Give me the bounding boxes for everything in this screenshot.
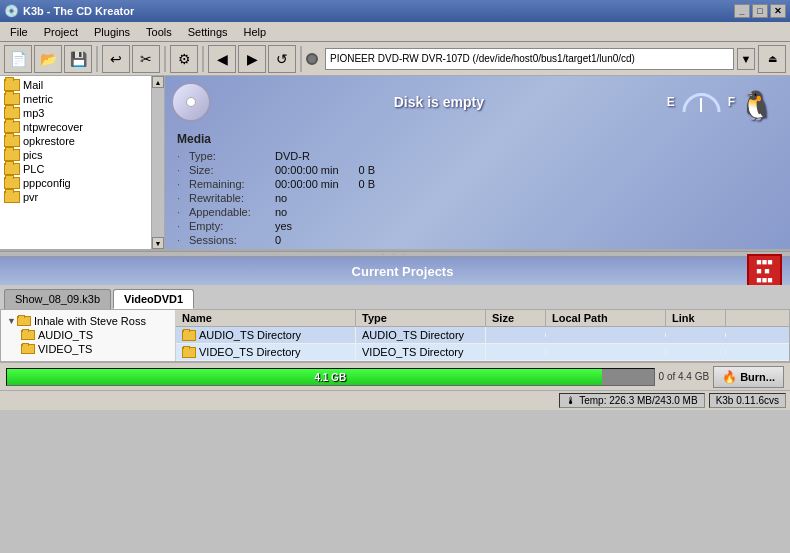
- menu-bar: File Project Plugins Tools Settings Help: [0, 22, 790, 42]
- row-name-label-0: AUDIO_TS Directory: [199, 329, 301, 341]
- tab-show[interactable]: Show_08_09.k3b: [4, 289, 111, 309]
- settings-button[interactable]: ⚙: [170, 45, 198, 73]
- media-value-size2: 0 B: [359, 164, 376, 176]
- folder-icon-opkrestore: [4, 135, 20, 147]
- tab-videodvd1[interactable]: VideoDVD1: [113, 289, 194, 309]
- drive-bar: PIONEER DVD-RW DVR-107D (/dev/ide/host0/…: [306, 45, 786, 73]
- title-bar: 💿 K3b - The CD Kreator _ □ ✕: [0, 0, 790, 22]
- gauge-left-label: E: [667, 95, 675, 109]
- menu-settings[interactable]: Settings: [180, 24, 236, 40]
- project-root[interactable]: ▼ Inhale with Steve Ross: [5, 314, 171, 328]
- close-button[interactable]: ✕: [770, 4, 786, 18]
- row-name-label-1: VIDEO_TS Directory: [199, 346, 300, 358]
- media-value-sessions: 0: [275, 234, 281, 246]
- media-row-empty: · Empty: yes: [177, 220, 778, 232]
- current-projects-title: Current Projects: [58, 264, 747, 279]
- forward-button[interactable]: ▶: [238, 45, 266, 73]
- tabs-bar: Show_08_09.k3b VideoDVD1: [0, 285, 790, 309]
- tree-item-mail[interactable]: Mail: [2, 78, 162, 92]
- tree-label-pppconfig: pppconfig: [23, 177, 71, 189]
- top-panel: Mail metric mp3 ntpwrecover opkrestore p…: [0, 76, 790, 251]
- disk-gauge: E F 🐧: [667, 82, 784, 122]
- folder-icon-plc: [4, 163, 20, 175]
- project-item-audio-ts[interactable]: AUDIO_TS: [19, 328, 171, 342]
- toolbar-separator-4: [300, 46, 302, 72]
- project-root-label: Inhale with Steve Ross: [34, 315, 146, 327]
- save-button[interactable]: 💾: [64, 45, 92, 73]
- project-item-video-ts[interactable]: VIDEO_TS: [19, 342, 171, 356]
- progress-extra-label: 0 of 4.4 GB: [659, 371, 710, 382]
- cell-type-0: AUDIO_TS Directory: [356, 327, 486, 343]
- media-label-type: Type:: [185, 150, 275, 162]
- mascot-area: 🐧: [739, 82, 784, 122]
- menu-tools[interactable]: Tools: [138, 24, 180, 40]
- cell-type-1: VIDEO_TS Directory: [356, 344, 486, 360]
- folder-icon-root: [17, 316, 31, 326]
- tree-item-mp3[interactable]: mp3: [2, 106, 162, 120]
- cell-name-1: VIDEO_TS Directory: [176, 344, 356, 360]
- cell-lpath-1: [546, 350, 666, 354]
- file-tree-inner: Mail metric mp3 ntpwrecover opkrestore p…: [0, 76, 164, 249]
- cut-button[interactable]: ✂: [132, 45, 160, 73]
- tree-item-opkrestore[interactable]: opkrestore: [2, 134, 162, 148]
- tree-item-pppconfig[interactable]: pppconfig: [2, 176, 162, 190]
- burn-button[interactable]: 🔥 Burn...: [713, 366, 784, 388]
- drive-action-button[interactable]: ⏏: [758, 45, 786, 73]
- menu-project[interactable]: Project: [36, 24, 86, 40]
- title-text: 💿 K3b - The CD Kreator: [4, 4, 134, 18]
- version-status: K3b 0.11.6cvs: [709, 393, 786, 408]
- project-label-audio-ts: AUDIO_TS: [38, 329, 93, 341]
- open-button[interactable]: 📂: [34, 45, 62, 73]
- tree-item-ntpwrecover[interactable]: ntpwrecover: [2, 120, 162, 134]
- app-icon: 💿: [4, 4, 19, 18]
- tree-item-plc[interactable]: PLC: [2, 162, 162, 176]
- minimize-button[interactable]: _: [734, 4, 750, 18]
- disk-status-title: Disk is empty: [211, 94, 667, 110]
- bottom-panel-header: Current Projects ■■■■ ■■■■: [0, 257, 790, 285]
- row-folder-icon-1: [182, 347, 196, 358]
- media-value-appendable: no: [275, 206, 287, 218]
- new-button[interactable]: 📄: [4, 45, 32, 73]
- drive-dropdown-arrow[interactable]: ▼: [737, 48, 755, 70]
- undo-button[interactable]: ↩: [102, 45, 130, 73]
- cell-name-0: AUDIO_TS Directory: [176, 327, 356, 343]
- col-header-size: Size: [486, 310, 546, 326]
- folder-icon-audio-ts: [21, 330, 35, 340]
- tree-item-pics[interactable]: pics: [2, 148, 162, 162]
- tree-item-metric[interactable]: metric: [2, 92, 162, 106]
- fire-icon: 🔥: [722, 370, 737, 384]
- drive-indicator: [306, 53, 318, 65]
- expand-icon-root: ▼: [7, 316, 17, 326]
- project-tree: ▼ Inhale with Steve Ross AUDIO_TS VIDEO_…: [1, 310, 176, 361]
- file-tree-scrollbar[interactable]: ▲ ▼: [151, 76, 164, 249]
- folder-icon-pvr: [4, 191, 20, 203]
- menu-file[interactable]: File: [2, 24, 36, 40]
- tree-item-pvr[interactable]: pvr: [2, 190, 162, 204]
- menu-help[interactable]: Help: [236, 24, 275, 40]
- media-row-appendable: · Appendable: no: [177, 206, 778, 218]
- toolbar: 📄 📂 💾 ↩ ✂ ⚙ ◀ ▶ ↺ PIONEER DVD-RW DVR-107…: [0, 42, 790, 76]
- gauge-right-label: F: [728, 95, 735, 109]
- back-button[interactable]: ◀: [208, 45, 236, 73]
- toolbar-separator-3: [202, 46, 204, 72]
- progress-bar-area: 4.1 GB 0 of 4.4 GB 🔥 Burn...: [0, 362, 790, 390]
- table-row[interactable]: AUDIO_TS Directory AUDIO_TS Directory: [176, 327, 789, 344]
- status-bar: 🌡 Temp: 226.3 MB/243.0 MB K3b 0.11.6cvs: [0, 390, 790, 410]
- media-value-remaining: 00:00:00 min: [275, 178, 339, 190]
- scroll-down-button[interactable]: ▼: [152, 237, 164, 249]
- disk-info-content: Media · Type: DVD-R · Size: 00:00:00 min…: [165, 128, 790, 252]
- folder-icon-mail: [4, 79, 20, 91]
- temp-icon: 🌡: [566, 395, 576, 406]
- cell-link-1: [666, 350, 726, 354]
- refresh-button[interactable]: ↺: [268, 45, 296, 73]
- scroll-up-button[interactable]: ▲: [152, 76, 164, 88]
- menu-plugins[interactable]: Plugins: [86, 24, 138, 40]
- drive-select[interactable]: PIONEER DVD-RW DVR-107D (/dev/ide/host0/…: [325, 48, 734, 70]
- tree-label-metric: metric: [23, 93, 53, 105]
- table-row[interactable]: VIDEO_TS Directory VIDEO_TS Directory: [176, 344, 789, 361]
- maximize-button[interactable]: □: [752, 4, 768, 18]
- media-row-type: · Type: DVD-R: [177, 150, 778, 162]
- tree-label-ntpwrecover: ntpwrecover: [23, 121, 83, 133]
- folder-icon-video-ts: [21, 344, 35, 354]
- media-label-rewritable: Rewritable:: [185, 192, 275, 204]
